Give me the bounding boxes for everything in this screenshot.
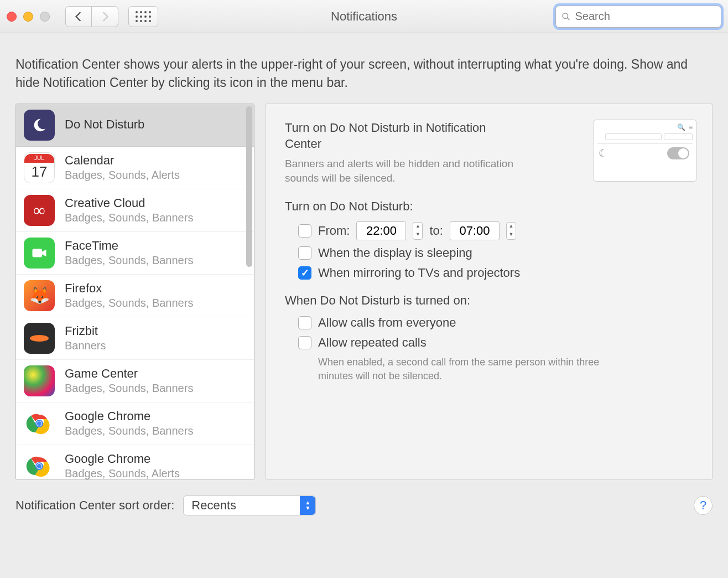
sidebar-item-sub: Badges, Sounds, Banners bbox=[65, 424, 193, 437]
minimize-button[interactable] bbox=[23, 12, 33, 22]
sleeping-row: When the display is sleeping bbox=[298, 246, 693, 260]
to-label: to: bbox=[429, 224, 443, 238]
search-field[interactable] bbox=[555, 6, 721, 28]
from-time-input[interactable] bbox=[356, 221, 406, 240]
svg-point-6 bbox=[37, 421, 41, 426]
from-label: From: bbox=[318, 224, 350, 238]
sidebar-item-label: Frizbit bbox=[65, 324, 106, 338]
forward-button bbox=[92, 6, 118, 27]
chevron-left-icon bbox=[75, 12, 82, 22]
detail-heading: Turn on Do Not Disturb in Notification C… bbox=[285, 120, 517, 152]
facetime-icon bbox=[24, 238, 55, 269]
svg-point-10 bbox=[37, 464, 41, 468]
mirroring-checkbox[interactable] bbox=[298, 266, 311, 280]
search-input[interactable] bbox=[575, 10, 715, 23]
sidebar-item-sub: Badges, Sounds, Banners bbox=[65, 211, 193, 224]
allow-repeated-row: Allow repeated calls bbox=[298, 336, 693, 350]
svg-point-0 bbox=[563, 13, 568, 18]
sort-order-select[interactable]: Recents ▲▼ bbox=[183, 496, 316, 515]
sidebar-item-label: Game Center bbox=[65, 367, 193, 381]
chevron-right-icon bbox=[101, 12, 109, 22]
allow-repeated-checkbox[interactable] bbox=[298, 336, 311, 349]
on-heading: When Do Not Disturb is turned on: bbox=[285, 293, 693, 308]
sidebar-item-google-chrome-2[interactable]: Google Chrome Badges, Sounds, Alerts bbox=[16, 445, 254, 479]
help-button[interactable]: ? bbox=[694, 496, 713, 515]
detail-pane: Turn on Do Not Disturb in Notification C… bbox=[266, 104, 713, 480]
sidebar-item-label: Creative Cloud bbox=[65, 196, 193, 210]
svg-line-1 bbox=[567, 18, 569, 20]
detail-subtext: Banners and alerts will be hidden and no… bbox=[285, 157, 517, 185]
titlebar: Notifications bbox=[0, 0, 728, 33]
sleeping-checkbox[interactable] bbox=[298, 246, 311, 260]
allow-everyone-row: Allow calls from everyone bbox=[298, 316, 693, 330]
sort-value: Recents bbox=[191, 498, 236, 513]
schedule-heading: Turn on Do Not Disturb: bbox=[285, 199, 693, 214]
svg-rect-2 bbox=[33, 249, 43, 257]
sidebar-item-facetime[interactable]: FaceTime Badges, Sounds, Banners bbox=[16, 232, 254, 275]
sidebar-item-game-center[interactable]: Game Center Badges, Sounds, Banners bbox=[16, 360, 254, 402]
sleeping-label: When the display is sleeping bbox=[318, 246, 472, 260]
game-center-icon bbox=[24, 365, 55, 396]
sidebar-item-frizbit[interactable]: Frizbit Banners bbox=[16, 317, 254, 360]
frizbit-icon bbox=[24, 323, 55, 354]
allow-everyone-checkbox[interactable] bbox=[298, 316, 311, 329]
nav-buttons bbox=[65, 6, 118, 27]
grid-icon bbox=[136, 11, 151, 22]
back-button[interactable] bbox=[65, 6, 92, 27]
moon-icon: ☾ bbox=[599, 147, 607, 159]
sidebar-item-label: Calendar bbox=[65, 153, 180, 168]
sidebar-item-label: FaceTime bbox=[65, 239, 193, 253]
intro-text: Notification Center shows your alerts in… bbox=[0, 33, 728, 104]
allow-everyone-label: Allow calls from everyone bbox=[318, 316, 456, 330]
mirroring-label: When mirroring to TVs and projectors bbox=[318, 266, 520, 280]
firefox-icon: 🦊 bbox=[24, 280, 55, 311]
chrome-icon bbox=[24, 408, 55, 439]
window-title: Notifications bbox=[331, 9, 397, 24]
sort-label: Notification Center sort order: bbox=[15, 498, 174, 513]
repeated-note: When enabled, a second call from the sam… bbox=[318, 355, 628, 383]
sidebar-item-sub: Badges, Sounds, Banners bbox=[65, 381, 193, 395]
sidebar-item-sub: Banners bbox=[65, 339, 106, 352]
list-icon: ≡ bbox=[689, 123, 693, 131]
sidebar-item-calendar[interactable]: JUL 17 Calendar Badges, Sounds, Alerts bbox=[16, 147, 254, 189]
search-icon bbox=[561, 12, 570, 22]
sidebar-item-label: Do Not Disturb bbox=[65, 117, 144, 132]
sidebar-item-sub: Badges, Sounds, Banners bbox=[65, 296, 193, 309]
footer: Notification Center sort order: Recents … bbox=[0, 480, 728, 531]
sidebar-item-label: Google Chrome bbox=[65, 409, 193, 424]
sidebar-item-sub: Badges, Sounds, Banners bbox=[65, 254, 193, 267]
chrome-icon bbox=[24, 451, 55, 479]
sidebar-item-sub: Badges, Sounds, Alerts bbox=[65, 467, 180, 479]
mirroring-row: When mirroring to TVs and projectors bbox=[298, 266, 693, 280]
select-arrows-icon: ▲▼ bbox=[300, 496, 315, 515]
schedule-row: From: ▲▼ to: ▲▼ bbox=[298, 221, 693, 240]
sidebar-item-label: Firefox bbox=[65, 281, 193, 296]
search-icon: 🔍 bbox=[677, 123, 685, 131]
sidebar-item-google-chrome[interactable]: Google Chrome Badges, Sounds, Banners bbox=[16, 402, 254, 445]
maximize-button[interactable] bbox=[40, 12, 50, 22]
to-time-input[interactable] bbox=[450, 221, 500, 240]
toggle-icon bbox=[667, 147, 689, 159]
creative-cloud-icon: ∞ bbox=[24, 195, 55, 226]
schedule-checkbox[interactable] bbox=[298, 224, 311, 238]
allow-repeated-label: Allow repeated calls bbox=[318, 336, 427, 350]
show-all-button[interactable] bbox=[128, 6, 158, 27]
calendar-icon: JUL 17 bbox=[24, 152, 55, 183]
scrollbar[interactable] bbox=[246, 106, 252, 267]
sidebar-item-creative-cloud[interactable]: ∞ Creative Cloud Badges, Sounds, Banners bbox=[16, 189, 254, 232]
notification-preview: 🔍 ≡ ☾ bbox=[594, 120, 696, 182]
sidebar-item-label: Google Chrome bbox=[65, 452, 180, 466]
app-list: Do Not Disturb JUL 17 Calendar Badges, S… bbox=[15, 104, 254, 480]
to-stepper[interactable]: ▲▼ bbox=[506, 222, 516, 240]
close-button[interactable] bbox=[7, 12, 17, 22]
from-stepper[interactable]: ▲▼ bbox=[413, 222, 423, 240]
window-controls bbox=[7, 12, 50, 22]
sidebar-item-sub: Badges, Sounds, Alerts bbox=[65, 168, 180, 182]
sidebar-item-firefox[interactable]: 🦊 Firefox Badges, Sounds, Banners bbox=[16, 275, 254, 317]
sidebar-item-do-not-disturb[interactable]: Do Not Disturb bbox=[16, 104, 254, 147]
moon-icon bbox=[24, 110, 55, 141]
